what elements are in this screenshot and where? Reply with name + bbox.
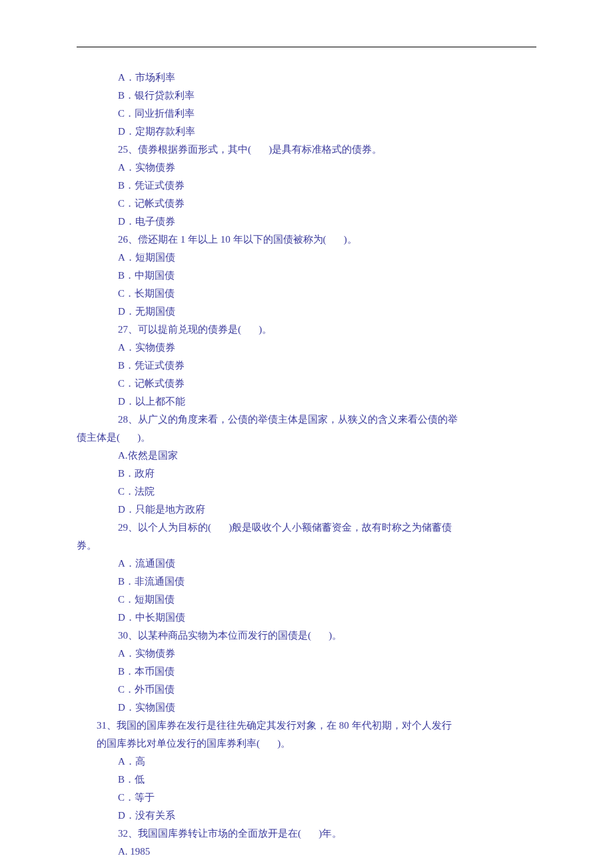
text-line: 25、债券根据券面形式，其中( )是具有标准格式的债券。 bbox=[77, 141, 536, 159]
document-page: A．市场利率B．银行贷款利率C．同业折借利率D．定期存款利率25、债券根据券面形… bbox=[0, 0, 613, 868]
text-line: 券。 bbox=[77, 537, 536, 555]
text-line: B．中期国债 bbox=[77, 267, 536, 285]
text-line: B．凭证式债券 bbox=[77, 357, 536, 375]
text-line: B．政府 bbox=[77, 465, 536, 483]
text-line: C．短期国债 bbox=[77, 591, 536, 609]
text-line: A．实物债券 bbox=[77, 645, 536, 663]
text-line: A．市场利率 bbox=[77, 69, 536, 87]
text-line: A. 1985 bbox=[77, 843, 536, 861]
text-line: D．没有关系 bbox=[77, 807, 536, 825]
text-line: B．凭证式债券 bbox=[77, 177, 536, 195]
text-line: B．银行贷款利率 bbox=[77, 87, 536, 105]
text-line: C．法院 bbox=[77, 483, 536, 501]
text-line: B．本币国债 bbox=[77, 663, 536, 681]
text-line: A．实物债券 bbox=[77, 159, 536, 177]
text-line: D．中长期国债 bbox=[77, 609, 536, 627]
text-line: 28、从广义的角度来看，公债的举债主体是国家，从狭义的含义来看公债的举 bbox=[77, 411, 536, 429]
document-content: A．市场利率B．银行贷款利率C．同业折借利率D．定期存款利率25、债券根据券面形… bbox=[77, 69, 536, 861]
text-line: D．只能是地方政府 bbox=[77, 501, 536, 519]
text-line: 债主体是( )。 bbox=[77, 429, 536, 447]
text-line: 的国库券比对单位发行的国库券利率( )。 bbox=[77, 735, 536, 753]
text-line: 30、以某种商品实物为本位而发行的国债是( )。 bbox=[77, 627, 536, 645]
text-line: C．记帐式债券 bbox=[77, 195, 536, 213]
text-line: A．实物债券 bbox=[77, 339, 536, 357]
text-line: 27、可以提前兑现的债券是( )。 bbox=[77, 321, 536, 339]
text-line: D．定期存款利率 bbox=[77, 123, 536, 141]
text-line: D．电子债券 bbox=[77, 213, 536, 231]
text-line: 32、我国国库券转让市场的全面放开是在( )年。 bbox=[77, 825, 536, 843]
top-divider bbox=[77, 47, 536, 47]
text-line: 31、我国的国库券在发行是往往先确定其发行对象，在 80 年代初期，对个人发行 bbox=[77, 717, 536, 735]
text-line: A.依然是国家 bbox=[77, 447, 536, 465]
text-line: B．非流通国债 bbox=[77, 573, 536, 591]
text-line: C．长期国债 bbox=[77, 285, 536, 303]
text-line: A．短期国债 bbox=[77, 249, 536, 267]
text-line: B．低 bbox=[77, 771, 536, 789]
text-line: 26、偿还期在 1 年以上 10 年以下的国债被称为( )。 bbox=[77, 231, 536, 249]
text-line: D．无期国债 bbox=[77, 303, 536, 321]
text-line: C．等于 bbox=[77, 789, 536, 807]
text-line: D．以上都不能 bbox=[77, 393, 536, 411]
text-line: A．高 bbox=[77, 753, 536, 771]
text-line: C．同业折借利率 bbox=[77, 105, 536, 123]
text-line: 29、以个人为目标的( )般是吸收个人小额储蓄资金，故有时称之为储蓄债 bbox=[77, 519, 536, 537]
text-line: A．流通国债 bbox=[77, 555, 536, 573]
text-line: C．外币国债 bbox=[77, 681, 536, 699]
text-line: D．实物国债 bbox=[77, 699, 536, 717]
text-line: C．记帐式债券 bbox=[77, 375, 536, 393]
